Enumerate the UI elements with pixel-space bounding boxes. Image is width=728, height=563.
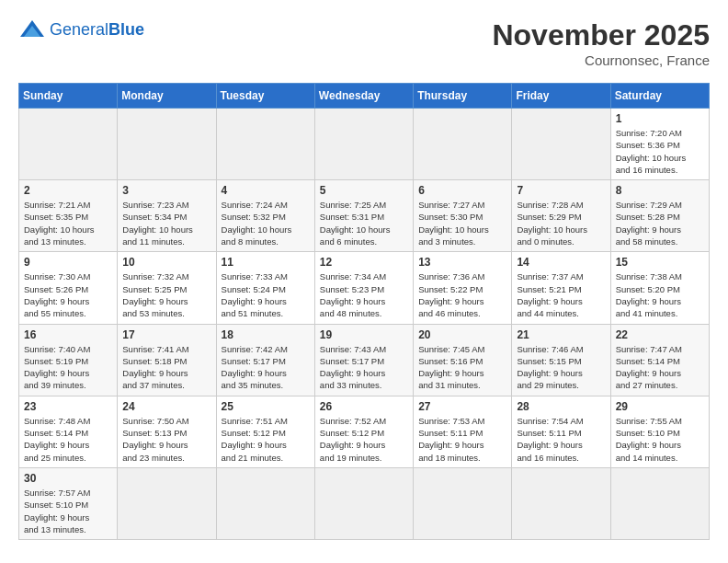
day-number: 6 <box>418 184 506 197</box>
calendar-day-cell <box>610 467 709 539</box>
calendar-day-cell <box>216 109 314 180</box>
title-block: November 2025 Cournonsec, France <box>492 18 710 68</box>
calendar-day-cell <box>118 109 216 180</box>
day-number: 20 <box>418 328 506 341</box>
day-number: 13 <box>418 256 506 269</box>
day-info: Sunrise: 7:23 AM Sunset: 5:34 PM Dayligh… <box>122 199 210 247</box>
day-info: Sunrise: 7:46 AM Sunset: 5:15 PM Dayligh… <box>517 343 605 392</box>
day-of-week-header: Thursday <box>414 84 512 109</box>
day-info: Sunrise: 7:21 AM Sunset: 5:35 PM Dayligh… <box>24 199 112 247</box>
day-info: Sunrise: 7:24 AM Sunset: 5:32 PM Dayligh… <box>222 199 310 247</box>
day-info: Sunrise: 7:52 AM Sunset: 5:12 PM Dayligh… <box>320 415 408 464</box>
logo-text: GeneralBlue <box>50 20 144 39</box>
day-number: 30 <box>24 472 112 485</box>
day-info: Sunrise: 7:27 AM Sunset: 5:30 PM Dayligh… <box>418 199 506 247</box>
calendar-day-cell: 19Sunrise: 7:43 AM Sunset: 5:17 PM Dayli… <box>314 324 413 396</box>
calendar-day-cell <box>414 109 512 180</box>
calendar-day-cell: 5Sunrise: 7:25 AM Sunset: 5:31 PM Daylig… <box>314 180 413 252</box>
calendar-day-cell <box>314 109 413 180</box>
calendar-day-cell: 23Sunrise: 7:48 AM Sunset: 5:14 PM Dayli… <box>19 396 118 467</box>
calendar-day-cell: 8Sunrise: 7:29 AM Sunset: 5:28 PM Daylig… <box>610 180 709 252</box>
day-number: 4 <box>222 184 310 197</box>
logo-icon <box>18 18 46 40</box>
calendar-day-cell: 14Sunrise: 7:37 AM Sunset: 5:21 PM Dayli… <box>512 252 610 324</box>
calendar-day-cell: 13Sunrise: 7:36 AM Sunset: 5:22 PM Dayli… <box>414 252 512 324</box>
calendar-day-cell: 21Sunrise: 7:46 AM Sunset: 5:15 PM Dayli… <box>512 324 610 396</box>
day-number: 17 <box>122 328 210 341</box>
day-info: Sunrise: 7:40 AM Sunset: 5:19 PM Dayligh… <box>24 343 112 392</box>
calendar-day-cell <box>216 467 314 539</box>
day-number: 2 <box>24 184 112 197</box>
day-info: Sunrise: 7:37 AM Sunset: 5:21 PM Dayligh… <box>517 270 605 319</box>
day-number: 16 <box>24 328 112 341</box>
calendar-day-cell: 25Sunrise: 7:51 AM Sunset: 5:12 PM Dayli… <box>216 396 314 467</box>
day-info: Sunrise: 7:33 AM Sunset: 5:24 PM Dayligh… <box>222 270 310 319</box>
day-info: Sunrise: 7:47 AM Sunset: 5:14 PM Dayligh… <box>616 343 704 392</box>
calendar-header-row: SundayMondayTuesdayWednesdayThursdayFrid… <box>19 84 710 109</box>
day-number: 27 <box>418 400 506 413</box>
calendar-day-cell <box>19 109 118 180</box>
calendar-day-cell: 7Sunrise: 7:28 AM Sunset: 5:29 PM Daylig… <box>512 180 610 252</box>
day-info: Sunrise: 7:55 AM Sunset: 5:10 PM Dayligh… <box>616 415 704 464</box>
calendar-day-cell: 11Sunrise: 7:33 AM Sunset: 5:24 PM Dayli… <box>216 252 314 324</box>
calendar-day-cell: 9Sunrise: 7:30 AM Sunset: 5:26 PM Daylig… <box>19 252 118 324</box>
day-info: Sunrise: 7:34 AM Sunset: 5:23 PM Dayligh… <box>320 270 408 319</box>
day-number: 11 <box>222 256 310 269</box>
day-number: 19 <box>320 328 408 341</box>
day-number: 12 <box>320 256 408 269</box>
calendar-day-cell: 1Sunrise: 7:20 AM Sunset: 5:36 PM Daylig… <box>610 109 709 180</box>
day-number: 22 <box>616 328 704 341</box>
calendar-day-cell: 24Sunrise: 7:50 AM Sunset: 5:13 PM Dayli… <box>118 396 216 467</box>
calendar-table: SundayMondayTuesdayWednesdayThursdayFrid… <box>18 83 710 540</box>
day-number: 1 <box>616 112 704 125</box>
day-of-week-header: Friday <box>512 84 610 109</box>
day-info: Sunrise: 7:28 AM Sunset: 5:29 PM Dayligh… <box>517 199 605 247</box>
calendar-day-cell: 22Sunrise: 7:47 AM Sunset: 5:14 PM Dayli… <box>610 324 709 396</box>
calendar-week-row: 16Sunrise: 7:40 AM Sunset: 5:19 PM Dayli… <box>19 324 710 396</box>
day-number: 28 <box>517 400 605 413</box>
page-header: GeneralBlue November 2025 Cournonsec, Fr… <box>18 18 710 68</box>
calendar-day-cell: 3Sunrise: 7:23 AM Sunset: 5:34 PM Daylig… <box>118 180 216 252</box>
calendar-day-cell: 16Sunrise: 7:40 AM Sunset: 5:19 PM Dayli… <box>19 324 118 396</box>
location: Cournonsec, France <box>492 52 710 68</box>
calendar-day-cell: 17Sunrise: 7:41 AM Sunset: 5:18 PM Dayli… <box>118 324 216 396</box>
calendar-day-cell: 18Sunrise: 7:42 AM Sunset: 5:17 PM Dayli… <box>216 324 314 396</box>
day-info: Sunrise: 7:42 AM Sunset: 5:17 PM Dayligh… <box>222 343 310 392</box>
calendar-day-cell <box>314 467 413 539</box>
calendar-day-cell <box>512 109 610 180</box>
day-info: Sunrise: 7:41 AM Sunset: 5:18 PM Dayligh… <box>122 343 210 392</box>
day-number: 8 <box>616 184 704 197</box>
day-number: 26 <box>320 400 408 413</box>
month-title: November 2025 <box>492 18 710 52</box>
calendar-day-cell <box>118 467 216 539</box>
day-info: Sunrise: 7:29 AM Sunset: 5:28 PM Dayligh… <box>616 199 704 247</box>
day-info: Sunrise: 7:20 AM Sunset: 5:36 PM Dayligh… <box>616 127 704 176</box>
day-number: 15 <box>616 256 704 269</box>
day-info: Sunrise: 7:50 AM Sunset: 5:13 PM Dayligh… <box>122 415 210 464</box>
calendar-day-cell: 20Sunrise: 7:45 AM Sunset: 5:16 PM Dayli… <box>414 324 512 396</box>
day-info: Sunrise: 7:38 AM Sunset: 5:20 PM Dayligh… <box>616 270 704 319</box>
day-info: Sunrise: 7:45 AM Sunset: 5:16 PM Dayligh… <box>418 343 506 392</box>
calendar-day-cell: 15Sunrise: 7:38 AM Sunset: 5:20 PM Dayli… <box>610 252 709 324</box>
day-number: 5 <box>320 184 408 197</box>
day-number: 24 <box>122 400 210 413</box>
day-info: Sunrise: 7:48 AM Sunset: 5:14 PM Dayligh… <box>24 415 112 464</box>
day-number: 21 <box>517 328 605 341</box>
calendar-day-cell: 29Sunrise: 7:55 AM Sunset: 5:10 PM Dayli… <box>610 396 709 467</box>
day-number: 25 <box>222 400 310 413</box>
calendar-day-cell: 26Sunrise: 7:52 AM Sunset: 5:12 PM Dayli… <box>314 396 413 467</box>
calendar-week-row: 1Sunrise: 7:20 AM Sunset: 5:36 PM Daylig… <box>19 109 710 180</box>
calendar-day-cell: 30Sunrise: 7:57 AM Sunset: 5:10 PM Dayli… <box>19 467 118 539</box>
day-number: 3 <box>122 184 210 197</box>
day-info: Sunrise: 7:32 AM Sunset: 5:25 PM Dayligh… <box>122 270 210 319</box>
calendar-day-cell: 27Sunrise: 7:53 AM Sunset: 5:11 PM Dayli… <box>414 396 512 467</box>
calendar-day-cell: 2Sunrise: 7:21 AM Sunset: 5:35 PM Daylig… <box>19 180 118 252</box>
day-number: 18 <box>222 328 310 341</box>
calendar-day-cell <box>414 467 512 539</box>
day-info: Sunrise: 7:53 AM Sunset: 5:11 PM Dayligh… <box>418 415 506 464</box>
calendar-day-cell <box>512 467 610 539</box>
day-info: Sunrise: 7:25 AM Sunset: 5:31 PM Dayligh… <box>320 199 408 247</box>
day-of-week-header: Saturday <box>610 84 709 109</box>
day-info: Sunrise: 7:51 AM Sunset: 5:12 PM Dayligh… <box>222 415 310 464</box>
calendar-day-cell: 6Sunrise: 7:27 AM Sunset: 5:30 PM Daylig… <box>414 180 512 252</box>
